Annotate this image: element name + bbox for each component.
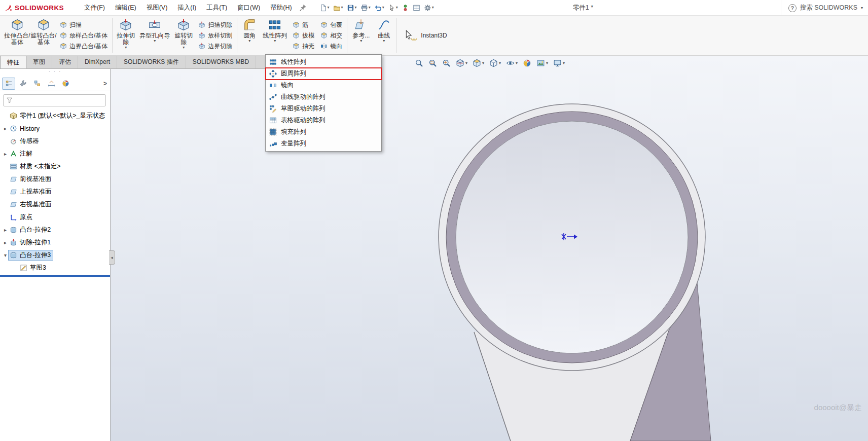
panel-splitter[interactable]: ◂ (109, 250, 115, 265)
edit-appearance-button[interactable] (523, 59, 531, 67)
tab-sketch[interactable]: 草图 (26, 56, 52, 68)
shell-button[interactable]: 抽壳 (293, 42, 314, 51)
tree-item-cut-extrude1[interactable]: ▸ 切除-拉伸1 (0, 236, 110, 249)
wrap-button[interactable]: 包覆 (320, 21, 342, 29)
expand-arrow-icon[interactable]: ▾ (2, 252, 9, 258)
extruded-cut-button[interactable]: 拉伸切除 ▾ (114, 16, 137, 55)
caret-icon[interactable]: ▾ (382, 6, 384, 10)
caret-icon[interactable]: ▾ (328, 6, 330, 10)
search-label[interactable]: 搜索 SOLIDWORKS (800, 4, 857, 12)
revolved-cut-button[interactable]: 旋转切除 ▾ (172, 16, 195, 55)
menu-tools[interactable]: 工具(T) (201, 0, 232, 16)
caret-icon[interactable]: ▾ (274, 39, 276, 43)
hide-show-items-button[interactable]: ▾ (506, 59, 518, 67)
tree-item-origin[interactable]: 原点 (0, 211, 110, 224)
select-tool-button[interactable]: ▾ (386, 3, 400, 13)
linear-pattern-button[interactable]: 线性阵列 ▾ (260, 16, 290, 55)
pin-menu-button[interactable] (299, 4, 307, 12)
boundary-cut-button[interactable]: 边界切除 (198, 42, 232, 51)
expand-arrow-icon[interactable]: ▸ (2, 126, 9, 131)
search-box[interactable]: ? 搜索 SOLIDWORKS ▾ (781, 0, 868, 16)
menu-item-linear-pattern[interactable]: 线性阵列 (266, 56, 381, 68)
extruded-boss-button[interactable]: 拉伸凸台/基体 (4, 16, 30, 55)
menu-insert[interactable]: 插入(I) (172, 0, 201, 16)
panel-resize-dots[interactable]: · · · (0, 69, 110, 74)
tree-item-boss-extrude3[interactable]: ▾ 凸台-拉伸3 (0, 249, 110, 262)
caret-icon[interactable]: ▾ (355, 6, 357, 10)
menu-view[interactable]: 视图(V) (141, 0, 173, 16)
open-button[interactable]: ▾ (332, 3, 345, 13)
curves-button[interactable]: 曲线 ▾ (373, 16, 394, 55)
swept-boss-button[interactable]: 扫描 (60, 21, 107, 29)
menu-help[interactable]: 帮助(H) (265, 0, 297, 16)
tree-filter[interactable] (3, 94, 106, 106)
zoom-area-button[interactable] (428, 59, 437, 67)
hole-wizard-button[interactable]: 异型孔向导 ▾ (137, 16, 172, 55)
tab-features[interactable]: 特征 (0, 56, 26, 68)
tree-item-right-plane[interactable]: 右视基准面 (0, 198, 110, 211)
instant3d-button[interactable]: Instant3D (398, 16, 453, 55)
display-style-button[interactable]: ▾ (489, 59, 501, 67)
panel-expand-chevron[interactable]: > (103, 80, 107, 87)
caret-icon[interactable]: ▾ (396, 6, 398, 10)
model-3d-view[interactable] (111, 56, 868, 441)
caret-icon[interactable]: ▾ (341, 6, 343, 10)
tab-solidworks-addins[interactable]: SOLIDWORKS 插件 (117, 56, 186, 68)
caret-icon[interactable]: ▾ (154, 39, 156, 43)
reference-geometry-button[interactable]: 参考... ▾ (349, 16, 373, 55)
view-settings-button[interactable]: ▾ (553, 59, 565, 67)
menu-item-table-driven-pattern[interactable]: 表格驱动的阵列 (266, 115, 381, 126)
help-icon[interactable]: ? (788, 4, 797, 12)
intersect-button[interactable]: 相交 (320, 31, 342, 40)
caret-icon[interactable]: ▾ (432, 6, 434, 10)
caret-icon[interactable]: ▾ (563, 61, 565, 65)
print-button[interactable]: ▾ (359, 3, 372, 13)
caret-icon[interactable]: ▾ (546, 61, 548, 65)
tree-item-top-plane[interactable]: 上视基准面 (0, 186, 110, 198)
expand-arrow-icon[interactable]: ▸ (2, 240, 9, 245)
section-view-button[interactable]: ▾ (456, 59, 467, 67)
caret-icon[interactable]: ▾ (248, 39, 250, 43)
new-document-button[interactable]: ▾ (318, 3, 331, 13)
options-button[interactable]: ▾ (422, 3, 436, 13)
expand-arrow-icon[interactable]: ▸ (2, 227, 9, 233)
tree-item-annotations[interactable]: ▸ 注解 (0, 148, 110, 160)
caret-icon[interactable]: ▾ (125, 46, 127, 50)
tree-item-sketch3[interactable]: 草图3 (0, 262, 110, 274)
tree-item-history[interactable]: ▸ History (0, 122, 110, 135)
search-caret-icon[interactable]: ▾ (861, 6, 863, 10)
tree-item-material[interactable]: 材质 <未指定> (0, 160, 110, 173)
boundary-boss-button[interactable]: 边界凸台/基体 (60, 42, 107, 51)
tab-evaluate[interactable]: 评估 (52, 56, 78, 68)
revolved-boss-button[interactable]: 旋转凸台/基体 (30, 16, 57, 55)
caret-icon[interactable]: ▾ (516, 61, 518, 65)
previous-view-button[interactable] (442, 59, 451, 67)
menu-file[interactable]: 文件(F) (79, 0, 110, 16)
tree-item-sensors[interactable]: 传感器 (0, 135, 110, 148)
dimxpertmanager-tab[interactable] (45, 78, 58, 90)
caret-icon[interactable]: ▾ (482, 61, 484, 65)
tree-item-front-plane[interactable]: 前视基准面 (0, 173, 110, 186)
mirror-button[interactable]: 镜向 (320, 42, 342, 51)
lofted-cut-button[interactable]: 放样切割 (198, 31, 232, 40)
rib-button[interactable]: 筋 (293, 21, 314, 29)
sheet-properties-button[interactable] (411, 3, 422, 13)
graphics-viewport[interactable]: ▾ ▾ ▾ ▾ ▾ ▾ dooooit@暴走 (111, 56, 868, 441)
tab-solidworks-mbd[interactable]: SOLIDWORKS MBD (186, 56, 256, 68)
draft-button[interactable]: 拔模 (293, 31, 314, 40)
selection-filter-button[interactable] (400, 3, 411, 13)
menu-item-mirror[interactable]: 镜向 (266, 80, 381, 91)
caret-icon[interactable]: ▾ (383, 39, 385, 43)
tree-item-boss-extrude2[interactable]: ▸ 凸台-拉伸2 (0, 224, 110, 236)
displaymanager-tab[interactable] (59, 78, 72, 90)
tab-dimxpert[interactable]: DimXpert (78, 56, 117, 68)
save-button[interactable]: ▾ (345, 3, 358, 13)
lofted-boss-button[interactable]: 放样凸台/基体 (60, 31, 107, 40)
caret-icon[interactable]: ▾ (183, 46, 185, 50)
zoom-fit-button[interactable] (415, 59, 423, 67)
view-orientation-button[interactable]: ▾ (473, 59, 484, 67)
featuremanager-tab[interactable] (2, 78, 15, 90)
caret-icon[interactable]: ▾ (465, 61, 467, 65)
menu-item-sketch-driven-pattern[interactable]: 草图驱动的阵列 (266, 103, 381, 115)
menu-item-curve-driven-pattern[interactable]: 曲线驱动的阵列 (266, 91, 381, 103)
